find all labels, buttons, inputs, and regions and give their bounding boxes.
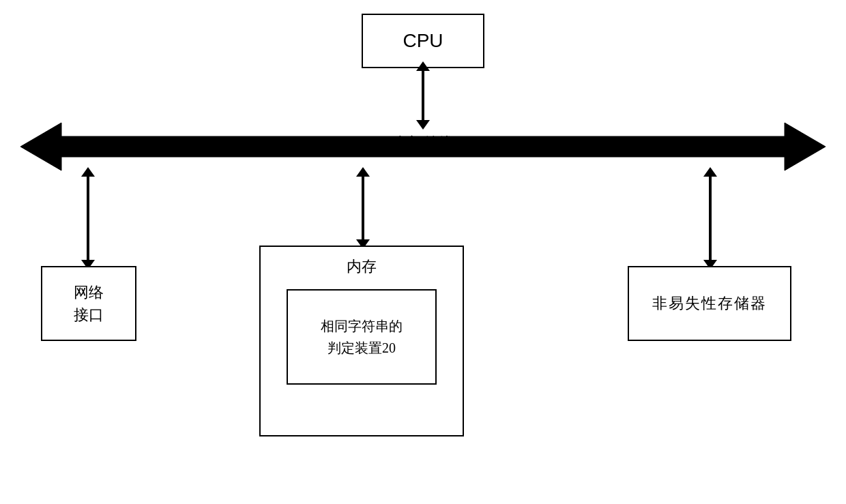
cpu-label: CPU [403,30,443,52]
inner-device-label: 相同字符串的判定装置20 [321,315,403,359]
arrow-bus-to-memory [362,174,364,242]
network-label: 网络接口 [74,281,104,326]
memory-label: 内存 [347,256,377,277]
cpu-to-bus-arrow [422,68,424,123]
nvmem-box: 非易失性存储器 [628,266,791,341]
network-box: 网络接口 [41,266,136,341]
diagram-container: CPU 内部总线 网络接口 内存 相同字符串的判定装置20 非易失性存储器 [0,0,846,504]
memory-box: 内存 相同字符串的判定装置20 [259,246,464,436]
inner-device-box: 相同字符串的判定装置20 [287,289,437,385]
bus-label: 内部总线 [393,133,453,153]
cpu-box: CPU [362,14,484,68]
arrow-bus-to-nvmem [709,174,712,263]
nvmem-label: 非易失性存储器 [652,293,767,314]
bus-container: 内部总线 [20,119,826,174]
arrow-bus-to-network [87,174,89,263]
